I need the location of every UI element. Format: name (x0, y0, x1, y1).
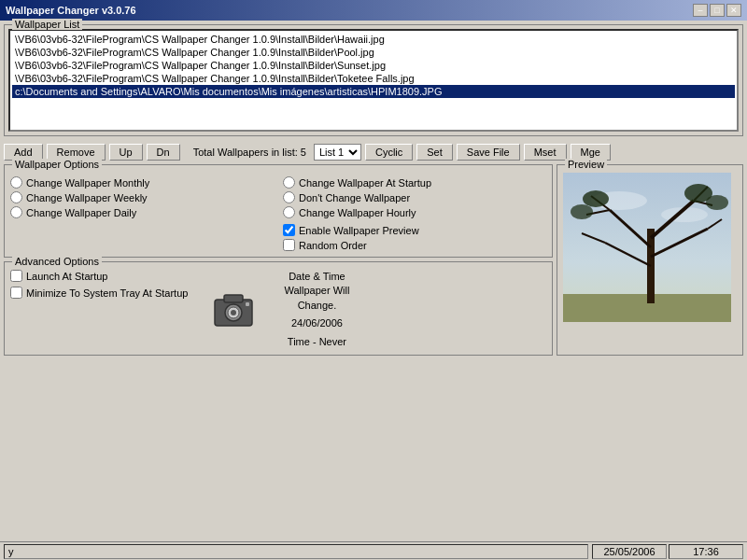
window-controls: – □ ✕ (693, 4, 741, 17)
adv-checkbox-row-0[interactable]: Launch At Startup (10, 270, 188, 282)
status-left-text: y (4, 544, 588, 559)
radio-label-5: Change Wallpaper Hourly (299, 207, 416, 218)
left-panel: Wallpaper Options Change Wallpaper Month… (4, 164, 553, 356)
mset-button[interactable]: Mset (524, 144, 567, 161)
advanced-content: Launch At StartupMinimize To System Tray… (10, 270, 546, 349)
adv-checkbox-label-0: Launch At Startup (26, 271, 107, 282)
set-button[interactable]: Set (416, 144, 453, 161)
title-bar: Wallpaper Changer v3.0.76 – □ ✕ (0, 0, 747, 21)
preview-label: Preview (565, 159, 607, 170)
radio-row[interactable]: Change Wallpaper Weekly (10, 191, 274, 203)
svg-point-4 (231, 310, 236, 315)
total-wallpapers-label: Total Wallpapers in list: 5 (193, 147, 306, 158)
datetime-line3: Change. (270, 299, 363, 313)
radio-row[interactable]: Don't Change Wallpaper (283, 191, 546, 203)
list-item[interactable]: c:\Documents and Settings\ALVARO\Mis doc… (12, 85, 735, 98)
wallpaper-options-label: Wallpaper Options (12, 159, 102, 170)
checkbox-row-0[interactable]: Enable Wallpaper Preview (283, 224, 546, 236)
radio-row[interactable]: Change Wallpaper At Startup (283, 176, 546, 189)
list-item[interactable]: \VB6\03vb6-32\FileProgram\CS Wallpaper C… (12, 33, 735, 46)
list-item[interactable]: \VB6\03vb6-32\FileProgram\CS Wallpaper C… (12, 72, 735, 85)
minimize-button[interactable]: – (693, 4, 708, 17)
adv-checkbox-label-1: Minimize To System Tray At Startup (26, 287, 188, 299)
radio-4[interactable] (10, 206, 22, 218)
status-time: 17:36 (669, 544, 743, 559)
list-item[interactable]: \VB6\03vb6-32\FileProgram\CS Wallpaper C… (12, 46, 735, 59)
cyclic-button[interactable]: Cyclic (365, 144, 413, 161)
radio-label-3: Don't Change Wallpaper (299, 192, 410, 203)
radio-1[interactable] (283, 176, 295, 189)
camera-icon (210, 290, 257, 328)
radio-label-0: Change Wallpaper Monthly (26, 177, 149, 189)
advanced-options-group: Advanced Options Launch At StartupMinimi… (4, 261, 553, 356)
save-file-button[interactable]: Save File (457, 144, 520, 161)
radio-0[interactable] (10, 176, 22, 189)
checkbox-row-1[interactable]: Random Order (283, 239, 546, 251)
wallpaper-options-group: Wallpaper Options Change Wallpaper Month… (4, 164, 553, 258)
list-item[interactable]: \VB6\03vb6-32\FileProgram\CS Wallpaper C… (12, 59, 735, 72)
right-panel: Preview (557, 164, 743, 356)
radio-row[interactable]: Change Wallpaper Monthly (10, 176, 274, 189)
checkbox-0[interactable] (283, 224, 295, 236)
svg-point-23 (706, 195, 728, 210)
main-content: Wallpaper List \VB6\03vb6-32\FileProgram… (0, 21, 747, 560)
checkbox-1[interactable] (283, 239, 295, 251)
window-title: Wallpaper Changer v3.0.76 (6, 5, 136, 16)
maximize-button[interactable]: □ (710, 4, 725, 17)
radio-5[interactable] (283, 206, 295, 218)
svg-rect-1 (224, 295, 243, 302)
status-right: 25/05/2006 17:36 (592, 544, 743, 559)
status-bar: y 25/05/2006 17:36 (0, 541, 747, 560)
adv-checkbox-0[interactable] (10, 270, 22, 282)
svg-point-22 (583, 190, 609, 207)
advanced-checkboxes: Launch At StartupMinimize To System Tray… (10, 270, 188, 349)
radio-label-2: Change Wallpaper Weekly (26, 192, 148, 203)
lower-section: Wallpaper Options Change Wallpaper Month… (4, 164, 743, 356)
datetime-line1: Date & Time (270, 270, 363, 284)
radio-row[interactable]: Change Wallpaper Hourly (283, 206, 546, 218)
radio-row[interactable]: Change Wallpaper Daily (10, 206, 274, 218)
svg-point-24 (571, 204, 593, 219)
wallpaper-list[interactable]: \VB6\03vb6-32\FileProgram\CS Wallpaper C… (8, 29, 739, 132)
datetime-date: 24/06/2006 (270, 316, 363, 330)
adv-checkbox-1[interactable] (10, 287, 22, 299)
radio-grid: Change Wallpaper MonthlyChange Wallpaper… (10, 176, 546, 218)
wallpaper-list-group: Wallpaper List \VB6\03vb6-32\FileProgram… (4, 24, 743, 136)
datetime-line2: Wallpaper Will (270, 284, 363, 298)
adv-checkbox-row-1[interactable]: Minimize To System Tray At Startup (10, 287, 188, 299)
datetime-panel: Date & Time Wallpaper Will Change. 24/06… (270, 270, 363, 349)
up-button[interactable]: Up (109, 144, 143, 161)
advanced-options-label: Advanced Options (12, 256, 102, 267)
preview-group: Preview (557, 164, 743, 356)
list-selector[interactable]: List 1List 2List 3 (314, 144, 361, 161)
svg-rect-5 (246, 302, 249, 306)
toolbar: Add Remove Up Dn Total Wallpapers in lis… (4, 140, 743, 164)
wallpaper-list-label: Wallpaper List (12, 19, 82, 30)
datetime-time-label: Time - Never (270, 335, 363, 349)
radio-label-1: Change Wallpaper At Startup (299, 177, 431, 189)
radio-2[interactable] (10, 191, 22, 203)
preview-image (563, 173, 731, 322)
radio-3[interactable] (283, 191, 295, 203)
status-date: 25/05/2006 (592, 544, 667, 559)
checkbox-label-1: Random Order (299, 240, 367, 251)
dn-button[interactable]: Dn (147, 144, 180, 161)
checkbox-label-0: Enable Wallpaper Preview (299, 225, 419, 236)
radio-label-4: Change Wallpaper Daily (26, 207, 136, 218)
close-button[interactable]: ✕ (726, 4, 741, 17)
